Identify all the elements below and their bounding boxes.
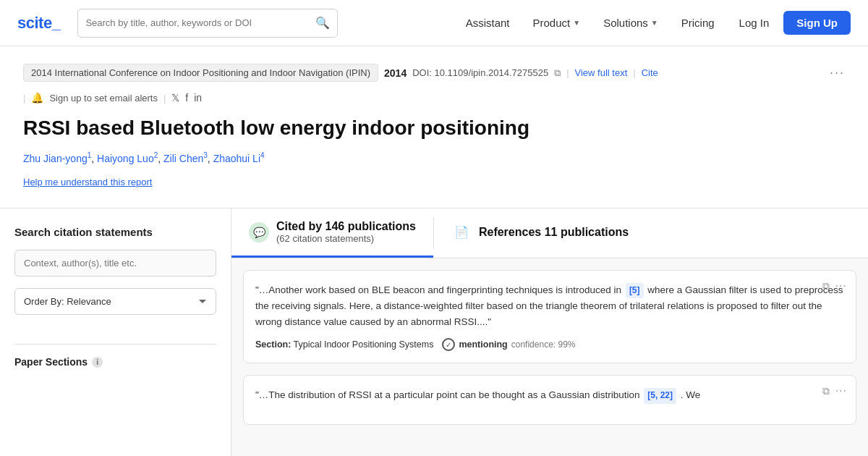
paper-sections-title: Paper Sections i — [14, 356, 216, 368]
doi-text: DOI: 10.1109/ipin.2014.7275525 — [412, 67, 548, 78]
citation-text-1: "…Another work based on BLE beacon and f… — [255, 282, 844, 329]
chevron-down-icon: ▼ — [651, 19, 658, 27]
author-3[interactable]: Zili Chen3 — [163, 153, 208, 164]
logo-text: scite_ — [17, 14, 60, 32]
alert-row: | 🔔 Sign up to set email alerts | 𝕏 f in — [23, 92, 845, 104]
nav-item-product[interactable]: Product ▼ — [523, 11, 591, 35]
tab-cited-by-subtitle: (62 citation statements) — [276, 233, 416, 244]
citation-text-2: "…The distribution of RSSI at a particul… — [255, 387, 844, 403]
paper-header: 2014 International Conference on Indoor … — [0, 46, 868, 208]
copy-citation-button-1[interactable]: ⧉ — [822, 280, 830, 292]
cite-link[interactable]: Cite — [642, 67, 658, 78]
copy-citation-button-2[interactable]: ⧉ — [822, 385, 830, 397]
info-icon[interactable]: i — [92, 357, 103, 368]
citation-card-1: ⧉ ··· "…Another work based on BLE beacon… — [243, 270, 856, 363]
mentioning-badge: ✓ mentioning confidence: 99% — [442, 338, 575, 351]
search-button[interactable]: 🔍 — [315, 16, 330, 30]
view-full-text-link[interactable]: View full text — [575, 67, 628, 78]
order-by-select[interactable]: Order By: Relevance Date Author — [14, 288, 216, 315]
twitter-icon[interactable]: 𝕏 — [171, 92, 179, 104]
section-label: Section: — [255, 339, 291, 350]
sidebar-divider — [14, 344, 216, 345]
search-bar[interactable]: 🔍 — [77, 9, 338, 38]
citation-card-2: ⧉ ··· "…The distribution of RSSI at a pa… — [243, 375, 856, 424]
login-button[interactable]: Log In — [728, 11, 781, 35]
more-options-button-2[interactable]: ··· — [835, 384, 847, 397]
main-nav: Assistant Product ▼ Solutions ▼ Pricing … — [456, 11, 851, 35]
citation-search-input[interactable] — [14, 250, 216, 276]
card-actions-2: ⧉ ··· — [822, 384, 847, 397]
paper-meta-bar: 2014 International Conference on Indoor … — [23, 64, 845, 82]
chevron-down-icon: ▼ — [573, 19, 580, 27]
linkedin-icon[interactable]: in — [194, 92, 202, 104]
chat-icon: 💬 — [249, 222, 269, 242]
facebook-icon[interactable]: f — [185, 92, 188, 104]
author-1[interactable]: Zhu Jian-yong1 — [23, 153, 91, 164]
section-name: Typical Indoor Positioning Systems — [294, 339, 434, 350]
nav-item-pricing[interactable]: Pricing — [671, 11, 725, 35]
check-circle-icon: ✓ — [442, 338, 455, 351]
tab-references-title: References 11 publications — [479, 226, 629, 239]
card-actions-1: ⧉ ··· — [822, 279, 847, 292]
sidebar-search-title: Search citation statements — [14, 226, 216, 238]
conference-badge: 2014 International Conference on Indoor … — [23, 64, 378, 82]
paper-title: RSSI based Bluetooth low energy indoor p… — [23, 115, 845, 141]
tabs-bar: 💬 Cited by 146 publications (62 citation… — [231, 208, 868, 258]
more-options-button-1[interactable]: ··· — [835, 279, 847, 292]
alert-label: Sign up to set email alerts — [49, 93, 158, 104]
citation-meta-1: Section: Typical Indoor Positioning Syst… — [255, 338, 844, 351]
copy-icon[interactable]: ⧉ — [554, 67, 561, 79]
confidence-label: confidence: 99% — [511, 339, 576, 350]
right-panel: 💬 Cited by 146 publications (62 citation… — [231, 208, 868, 456]
document-icon: 📄 — [451, 222, 472, 242]
year-badge: 2014 — [384, 67, 407, 79]
authors: Zhu Jian-yong1, Haiyong Luo2, Zili Chen3… — [23, 151, 845, 164]
author-2[interactable]: Haiyong Luo2 — [97, 153, 158, 164]
nav-item-assistant[interactable]: Assistant — [456, 11, 520, 35]
bell-icon: 🔔 — [31, 92, 43, 104]
mentioning-label: mentioning — [459, 339, 507, 350]
main-content: Search citation statements Order By: Rel… — [0, 208, 868, 456]
tab-cited-by-title: Cited by 146 publications — [276, 220, 416, 233]
signup-button[interactable]: Sign Up — [783, 11, 851, 35]
citation-ref-5-22: [5, 22] — [644, 388, 676, 403]
author-4[interactable]: Zhaohui Li4 — [213, 153, 265, 164]
header: scite_ 🔍 Assistant Product ▼ Solutions ▼… — [0, 0, 868, 46]
tab-cited-by[interactable]: 💬 Cited by 146 publications (62 citation… — [231, 208, 433, 258]
citation-ref-5: [5] — [626, 283, 644, 298]
tab-references[interactable]: 📄 References 11 publications — [434, 208, 646, 258]
sidebar: Search citation statements Order By: Rel… — [0, 208, 231, 456]
search-input[interactable] — [85, 17, 315, 28]
nav-item-solutions[interactable]: Solutions ▼ — [593, 11, 668, 35]
help-link[interactable]: Help me understand this report — [23, 177, 152, 187]
more-options-button[interactable]: ··· — [830, 65, 845, 80]
logo: scite_ — [17, 14, 60, 33]
